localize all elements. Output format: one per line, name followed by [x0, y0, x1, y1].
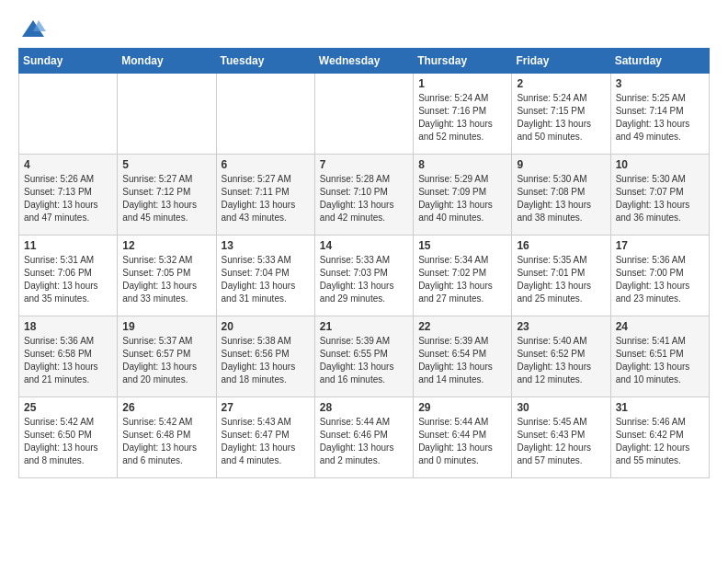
day-number: 17	[616, 239, 704, 252]
calendar-cell	[118, 74, 216, 155]
day-info: Sunrise: 5:24 AM Sunset: 7:15 PM Dayligh…	[517, 92, 605, 144]
day-info: Sunrise: 5:42 AM Sunset: 6:50 PM Dayligh…	[24, 416, 112, 467]
calendar-table: SundayMondayTuesdayWednesdayThursdayFrid…	[18, 48, 710, 478]
day-info: Sunrise: 5:24 AM Sunset: 7:16 PM Dayligh…	[418, 92, 506, 144]
calendar-cell: 29Sunrise: 5:44 AM Sunset: 6:44 PM Dayli…	[414, 397, 512, 478]
day-info: Sunrise: 5:30 AM Sunset: 7:08 PM Dayligh…	[517, 173, 605, 224]
day-number: 18	[24, 320, 112, 333]
day-info: Sunrise: 5:33 AM Sunset: 7:03 PM Dayligh…	[320, 254, 408, 305]
day-number: 3	[616, 77, 704, 90]
day-number: 10	[616, 158, 704, 171]
day-number: 1	[418, 77, 506, 90]
calendar-cell: 26Sunrise: 5:42 AM Sunset: 6:48 PM Dayli…	[118, 397, 216, 478]
day-number: 16	[517, 239, 605, 252]
day-info: Sunrise: 5:30 AM Sunset: 7:07 PM Dayligh…	[616, 173, 704, 224]
day-number: 30	[517, 401, 605, 414]
calendar-cell: 1Sunrise: 5:24 AM Sunset: 7:16 PM Daylig…	[414, 74, 512, 155]
day-number: 15	[418, 239, 506, 252]
day-number: 6	[222, 158, 310, 171]
calendar-cell: 5Sunrise: 5:27 AM Sunset: 7:12 PM Daylig…	[118, 155, 216, 236]
calendar-cell: 6Sunrise: 5:27 AM Sunset: 7:11 PM Daylig…	[216, 155, 314, 236]
calendar-cell: 18Sunrise: 5:36 AM Sunset: 6:58 PM Dayli…	[19, 316, 118, 397]
calendar-cell: 28Sunrise: 5:44 AM Sunset: 6:46 PM Dayli…	[314, 397, 413, 478]
day-number: 14	[320, 239, 408, 252]
calendar-cell: 11Sunrise: 5:31 AM Sunset: 7:06 PM Dayli…	[19, 236, 118, 316]
day-number: 20	[222, 320, 310, 333]
day-number: 7	[320, 158, 408, 171]
day-number: 12	[122, 239, 210, 252]
day-info: Sunrise: 5:44 AM Sunset: 6:44 PM Dayligh…	[418, 416, 506, 467]
day-info: Sunrise: 5:29 AM Sunset: 7:09 PM Dayligh…	[418, 173, 506, 224]
day-info: Sunrise: 5:36 AM Sunset: 6:58 PM Dayligh…	[24, 335, 112, 386]
calendar-cell: 3Sunrise: 5:25 AM Sunset: 7:14 PM Daylig…	[610, 74, 709, 155]
page-header	[18, 18, 710, 39]
day-info: Sunrise: 5:38 AM Sunset: 6:56 PM Dayligh…	[222, 335, 310, 386]
calendar-cell: 16Sunrise: 5:35 AM Sunset: 7:01 PM Dayli…	[512, 236, 610, 316]
day-number: 5	[122, 158, 210, 171]
day-info: Sunrise: 5:26 AM Sunset: 7:13 PM Dayligh…	[24, 173, 112, 224]
calendar-cell: 31Sunrise: 5:46 AM Sunset: 6:42 PM Dayli…	[610, 397, 709, 478]
calendar-cell: 30Sunrise: 5:45 AM Sunset: 6:43 PM Dayli…	[512, 397, 610, 478]
weekday-header: Tuesday	[216, 49, 314, 74]
day-info: Sunrise: 5:41 AM Sunset: 6:51 PM Dayligh…	[616, 335, 704, 386]
day-number: 8	[418, 158, 506, 171]
calendar-cell: 17Sunrise: 5:36 AM Sunset: 7:00 PM Dayli…	[610, 236, 709, 316]
logo	[18, 18, 46, 39]
day-info: Sunrise: 5:28 AM Sunset: 7:10 PM Dayligh…	[320, 173, 408, 224]
day-number: 29	[418, 401, 506, 414]
calendar-cell	[216, 74, 314, 155]
calendar-cell: 19Sunrise: 5:37 AM Sunset: 6:57 PM Dayli…	[118, 316, 216, 397]
logo-icon	[20, 18, 46, 39]
calendar-cell: 2Sunrise: 5:24 AM Sunset: 7:15 PM Daylig…	[512, 74, 610, 155]
day-number: 2	[517, 77, 605, 90]
day-info: Sunrise: 5:31 AM Sunset: 7:06 PM Dayligh…	[24, 254, 112, 305]
calendar-cell: 8Sunrise: 5:29 AM Sunset: 7:09 PM Daylig…	[414, 155, 512, 236]
day-info: Sunrise: 5:40 AM Sunset: 6:52 PM Dayligh…	[517, 335, 605, 386]
day-info: Sunrise: 5:46 AM Sunset: 6:42 PM Dayligh…	[616, 416, 704, 467]
day-number: 19	[122, 320, 210, 333]
day-number: 24	[616, 320, 704, 333]
day-number: 22	[418, 320, 506, 333]
calendar-cell: 4Sunrise: 5:26 AM Sunset: 7:13 PM Daylig…	[19, 155, 118, 236]
calendar-cell: 13Sunrise: 5:33 AM Sunset: 7:04 PM Dayli…	[216, 236, 314, 316]
weekday-header: Sunday	[19, 49, 118, 74]
day-info: Sunrise: 5:45 AM Sunset: 6:43 PM Dayligh…	[517, 416, 605, 467]
day-number: 28	[320, 401, 408, 414]
calendar-cell: 21Sunrise: 5:39 AM Sunset: 6:55 PM Dayli…	[314, 316, 413, 397]
weekday-header: Saturday	[610, 49, 709, 74]
calendar-cell: 7Sunrise: 5:28 AM Sunset: 7:10 PM Daylig…	[314, 155, 413, 236]
calendar-cell: 27Sunrise: 5:43 AM Sunset: 6:47 PM Dayli…	[216, 397, 314, 478]
day-number: 26	[122, 401, 210, 414]
calendar-cell: 24Sunrise: 5:41 AM Sunset: 6:51 PM Dayli…	[610, 316, 709, 397]
calendar-cell: 23Sunrise: 5:40 AM Sunset: 6:52 PM Dayli…	[512, 316, 610, 397]
day-number: 23	[517, 320, 605, 333]
day-info: Sunrise: 5:39 AM Sunset: 6:55 PM Dayligh…	[320, 335, 408, 386]
day-info: Sunrise: 5:33 AM Sunset: 7:04 PM Dayligh…	[222, 254, 310, 305]
calendar-cell: 9Sunrise: 5:30 AM Sunset: 7:08 PM Daylig…	[512, 155, 610, 236]
calendar-cell: 22Sunrise: 5:39 AM Sunset: 6:54 PM Dayli…	[414, 316, 512, 397]
calendar-cell: 20Sunrise: 5:38 AM Sunset: 6:56 PM Dayli…	[216, 316, 314, 397]
weekday-header: Wednesday	[314, 49, 413, 74]
weekday-header: Friday	[512, 49, 610, 74]
day-info: Sunrise: 5:25 AM Sunset: 7:14 PM Dayligh…	[616, 92, 704, 144]
day-info: Sunrise: 5:27 AM Sunset: 7:11 PM Dayligh…	[222, 173, 310, 224]
day-number: 25	[24, 401, 112, 414]
day-info: Sunrise: 5:43 AM Sunset: 6:47 PM Dayligh…	[222, 416, 310, 467]
day-info: Sunrise: 5:39 AM Sunset: 6:54 PM Dayligh…	[418, 335, 506, 386]
calendar-cell: 25Sunrise: 5:42 AM Sunset: 6:50 PM Dayli…	[19, 397, 118, 478]
day-info: Sunrise: 5:35 AM Sunset: 7:01 PM Dayligh…	[517, 254, 605, 305]
day-info: Sunrise: 5:37 AM Sunset: 6:57 PM Dayligh…	[122, 335, 210, 386]
day-info: Sunrise: 5:27 AM Sunset: 7:12 PM Dayligh…	[122, 173, 210, 224]
day-number: 13	[222, 239, 310, 252]
calendar-cell: 14Sunrise: 5:33 AM Sunset: 7:03 PM Dayli…	[314, 236, 413, 316]
calendar-cell: 10Sunrise: 5:30 AM Sunset: 7:07 PM Dayli…	[610, 155, 709, 236]
day-number: 11	[24, 239, 112, 252]
weekday-header: Monday	[118, 49, 216, 74]
day-info: Sunrise: 5:32 AM Sunset: 7:05 PM Dayligh…	[122, 254, 210, 305]
calendar-cell: 12Sunrise: 5:32 AM Sunset: 7:05 PM Dayli…	[118, 236, 216, 316]
day-info: Sunrise: 5:44 AM Sunset: 6:46 PM Dayligh…	[320, 416, 408, 467]
day-info: Sunrise: 5:34 AM Sunset: 7:02 PM Dayligh…	[418, 254, 506, 305]
day-number: 27	[222, 401, 310, 414]
day-number: 4	[24, 158, 112, 171]
calendar-cell: 15Sunrise: 5:34 AM Sunset: 7:02 PM Dayli…	[414, 236, 512, 316]
